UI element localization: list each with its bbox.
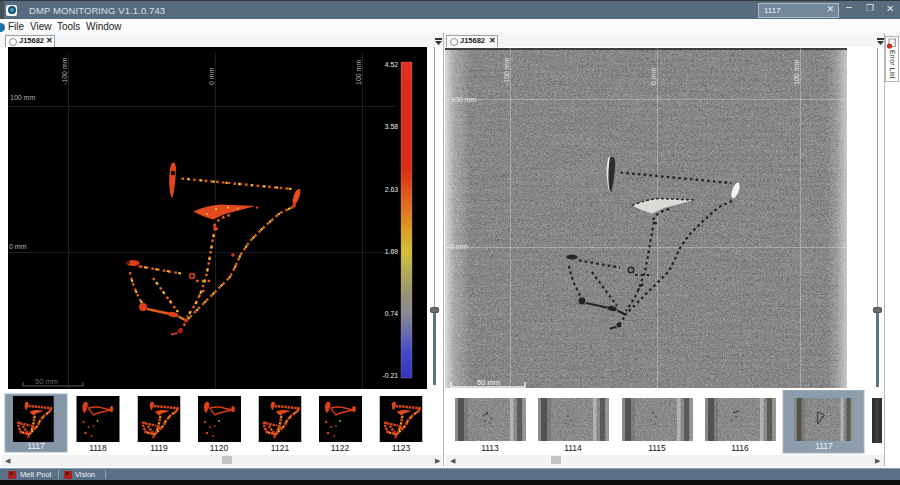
svg-text:1117: 1117	[27, 441, 45, 451]
svg-text:1114: 1114	[564, 443, 582, 453]
svg-text:Error List: Error List	[889, 50, 896, 78]
svg-text:1116: 1116	[731, 443, 749, 453]
svg-text:1123: 1123	[392, 443, 411, 453]
svg-text:0 mm: 0 mm	[9, 243, 27, 250]
svg-text:0.74: 0.74	[385, 310, 398, 317]
svg-text:-100 mm: -100 mm	[503, 57, 510, 85]
svg-text:4.52: 4.52	[385, 61, 398, 68]
svg-text:100 mm: 100 mm	[355, 60, 362, 85]
svg-text:0 mm: 0 mm	[450, 243, 468, 250]
svg-text:1121: 1121	[271, 443, 290, 453]
svg-text:50 mm: 50 mm	[35, 377, 58, 386]
svg-text:-100 mm: -100 mm	[61, 57, 68, 85]
svg-text:1117: 1117	[815, 441, 833, 451]
svg-text:100 mm: 100 mm	[793, 60, 800, 85]
svg-text:0 mm: 0 mm	[208, 67, 215, 85]
svg-text:100 mm: 100 mm	[10, 94, 35, 101]
svg-text:1122: 1122	[331, 443, 350, 453]
svg-text:1118: 1118	[89, 443, 107, 453]
svg-text:3.58: 3.58	[385, 123, 398, 130]
svg-text:2.63: 2.63	[385, 186, 398, 193]
svg-text:1113: 1113	[481, 443, 499, 453]
svg-text:100 mm: 100 mm	[451, 96, 476, 103]
svg-text:1.69: 1.69	[385, 248, 398, 255]
svg-text:1120: 1120	[210, 443, 229, 453]
svg-text:0 mm: 0 mm	[650, 67, 657, 85]
svg-text:-0.21: -0.21	[383, 372, 399, 379]
svg-text:1119: 1119	[150, 443, 168, 453]
svg-text:50 mm: 50 mm	[477, 378, 500, 387]
svg-text:1115: 1115	[648, 443, 666, 453]
